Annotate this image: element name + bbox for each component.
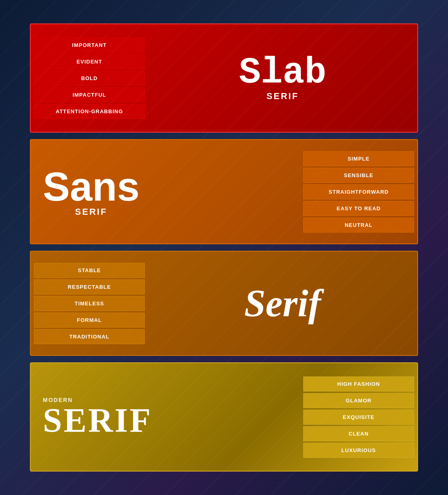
modern-tag-1: HIGH FASHION	[303, 377, 414, 391]
slab-font-name: Slab	[239, 55, 326, 91]
serif-tag-3: TIMELESS	[34, 296, 145, 311]
slab-tag-4: IMPACTFUL	[34, 87, 145, 102]
serif-tag-4: FORMAL	[34, 313, 145, 328]
sans-tags-panel: SIMPLE SENSIBLE STRAIGHTFORWARD EASY TO …	[300, 140, 417, 243]
modern-tag-3: EXQUISITE	[303, 410, 414, 425]
sans-tag-3: STRAIGHTFORWARD	[303, 184, 414, 199]
slab-tag-2: EVIDENT	[34, 54, 145, 69]
modern-tag-5: LUXURIOUS	[303, 443, 414, 458]
modern-tag-4: CLEAN	[303, 426, 414, 441]
modern-title-panel: MODERN SERIF	[31, 363, 300, 471]
slab-tag-5: ATTENTION-GRABBING	[34, 104, 145, 119]
slab-tags-panel: IMPORTANT EVIDENT BOLD IMPACTFUL ATTENTI…	[31, 24, 148, 132]
serif-tag-5: TRADITIONAL	[34, 329, 145, 344]
serif-title-panel: Serif	[148, 252, 417, 355]
card-serif: STABLE RESPECTABLE TIMELESS FORMAL TRADI…	[30, 251, 418, 356]
serif-font-name: Serif	[244, 284, 321, 323]
cards-container: IMPORTANT EVIDENT BOLD IMPACTFUL ATTENTI…	[30, 23, 418, 472]
sans-tag-5: NEUTRAL	[303, 218, 414, 233]
card-sans-serif: Sans SERIF SIMPLE SENSIBLE STRAIGHTFORWA…	[30, 139, 418, 244]
slab-title-panel: Slab SERIF	[148, 24, 417, 132]
sans-tag-2: SENSIBLE	[303, 168, 414, 183]
sans-title-panel: Sans SERIF	[31, 140, 300, 243]
modern-tags-panel: HIGH FASHION GLAMOR EXQUISITE CLEAN LUXU…	[300, 363, 417, 471]
modern-title-wrapper: MODERN SERIF	[43, 397, 152, 438]
card-slab-serif: IMPORTANT EVIDENT BOLD IMPACTFUL ATTENTI…	[30, 23, 418, 133]
modern-font-name: SERIF	[43, 403, 152, 438]
card-modern-serif: MODERN SERIF HIGH FASHION GLAMOR EXQUISI…	[30, 362, 418, 472]
slab-tag-3: BOLD	[34, 71, 145, 86]
slab-tag-1: IMPORTANT	[34, 38, 145, 53]
modern-tag-2: GLAMOR	[303, 393, 414, 408]
slab-title-wrapper: Slab SERIF	[239, 55, 326, 102]
sans-font-name: Sans	[43, 166, 139, 207]
serif-tag-1: STABLE	[34, 263, 145, 278]
serif-tags-panel: STABLE RESPECTABLE TIMELESS FORMAL TRADI…	[31, 252, 148, 355]
sans-tag-4: EASY TO READ	[303, 201, 414, 216]
sans-tag-1: SIMPLE	[303, 151, 414, 166]
sans-font-subtitle: SERIF	[75, 207, 108, 217]
sans-title-wrapper: Sans SERIF	[43, 166, 139, 217]
serif-tag-2: RESPECTABLE	[34, 279, 145, 294]
slab-font-subtitle: SERIF	[266, 91, 299, 102]
